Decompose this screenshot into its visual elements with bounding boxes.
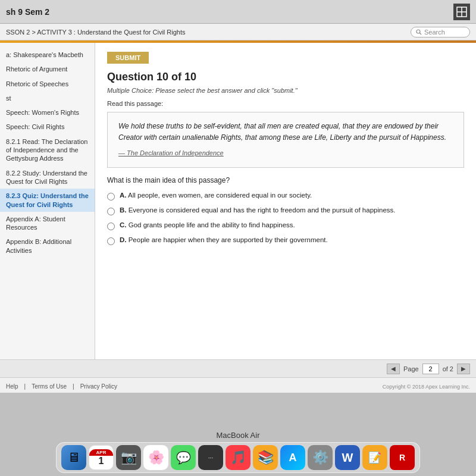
main-layout: a: Shakespeare's Macbeth Rhetoric of Arg…: [0, 43, 476, 359]
passage-box: We hold these truths to be self-evident,…: [107, 112, 464, 168]
dock-notes[interactable]: 📝: [362, 445, 387, 470]
help-link[interactable]: Help: [6, 383, 18, 390]
radio-b[interactable]: [107, 208, 115, 215]
dock-books[interactable]: 📚: [253, 445, 278, 470]
sidebar-item-civil-speech[interactable]: Speech: Civil Rights: [0, 120, 95, 134]
sidebar-item-appendix-a[interactable]: Appendix A: Student Resources: [0, 212, 95, 235]
svg-line-4: [420, 33, 422, 35]
dock-red[interactable]: R: [390, 445, 415, 470]
page-label: Page: [403, 365, 419, 372]
radio-c[interactable]: [107, 223, 115, 230]
content-area: SUBMIT Question 10 of 10 Multiple Choice…: [95, 43, 476, 359]
dock-appstore[interactable]: A: [280, 445, 305, 470]
radio-d[interactable]: [107, 237, 115, 245]
answer-option-b[interactable]: B. Everyone is considered equal and has …: [107, 206, 464, 215]
read-passage-label: Read this passage:: [107, 100, 464, 107]
svg-point-3: [416, 30, 420, 33]
sidebar-item-womens-speech[interactable]: Speech: Women's Rights: [0, 105, 95, 120]
next-page-button[interactable]: ▶: [457, 364, 470, 374]
dock-camera[interactable]: 📷: [116, 445, 141, 470]
question-text: What is the main idea of this passage?: [107, 176, 464, 184]
top-bar: sh 9 Sem 2: [0, 0, 476, 24]
dock-finder[interactable]: 🖥: [61, 445, 86, 470]
answer-option-c[interactable]: C. God grants people life and the abilit…: [107, 221, 464, 230]
sidebar-item-appendix-b[interactable]: Appendix B: Additional Activities: [0, 234, 95, 258]
dock-more[interactable]: ···: [198, 445, 223, 470]
answer-label-c: C. God grants people life and the abilit…: [120, 221, 295, 228]
question-title: Question 10 of 10: [107, 71, 464, 83]
question-instruction: Multiple Choice: Please select the best …: [107, 87, 464, 94]
search-box[interactable]: Search: [411, 27, 470, 37]
answer-option-d[interactable]: D. People are happier when they are supp…: [107, 236, 464, 245]
bottom-link-bar: Help | Terms of Use | Privacy Policy Cop…: [0, 377, 476, 393]
answer-label-b: B. Everyone is considered equal and has …: [120, 206, 396, 214]
sidebar: a: Shakespeare's Macbeth Rhetoric of Arg…: [0, 43, 95, 359]
sidebar-item-rhetoric-arg[interactable]: Rhetoric of Argument: [0, 62, 95, 76]
dock: 🖥 APR 1 📷 🌸 💬 ··· 🎵 📚 A ⚙️ W: [56, 442, 420, 473]
breadcrumb: SSON 2 > ACTIVITY 3 : Understand the Que…: [6, 29, 186, 36]
sidebar-item-st[interactable]: st: [0, 91, 95, 105]
dock-settings[interactable]: ⚙️: [308, 445, 333, 470]
dock-calendar[interactable]: APR 1: [89, 445, 114, 470]
privacy-link[interactable]: Privacy Policy: [80, 383, 117, 390]
radio-a[interactable]: [107, 193, 115, 201]
app-logo: [453, 4, 470, 20]
submit-button[interactable]: SUBMIT: [107, 52, 149, 64]
screen: sh 9 Sem 2 SSON 2 > ACTIVITY 3 : Underst…: [0, 0, 476, 393]
app-title: sh 9 Sem 2: [6, 7, 49, 17]
dock-music[interactable]: 🎵: [226, 445, 250, 470]
page-input[interactable]: [422, 364, 439, 374]
dock-photos[interactable]: 🌸: [143, 445, 168, 470]
sidebar-item-macbeth[interactable]: a: Shakespeare's Macbeth: [0, 48, 95, 62]
dock-messages[interactable]: 💬: [171, 445, 196, 470]
breadcrumb-bar: SSON 2 > ACTIVITY 3 : Understand the Que…: [0, 24, 476, 40]
sidebar-item-study-civil[interactable]: 8.2.2 Study: Understand the Quest for Ci…: [0, 166, 95, 189]
answer-label-a: A. All people, even women, are considere…: [120, 192, 312, 199]
sidebar-item-rhetoric-speech[interactable]: Rhetoric of Speeches: [0, 77, 95, 91]
copyright-text: Copyright © 2018 Apex Learning Inc.: [383, 384, 470, 390]
terms-link[interactable]: Terms of Use: [32, 383, 67, 390]
search-icon: [416, 29, 422, 35]
pagination-bar: ◀ Page of 2 ▶: [0, 359, 476, 377]
prev-page-button[interactable]: ◀: [387, 364, 400, 374]
search-label: Search: [424, 29, 445, 36]
passage-source: — The Declaration of Independence: [118, 148, 453, 159]
taskbar: MacBook Air 🖥 APR 1 📷 🌸 💬 ··· 🎵 📚 A: [0, 393, 476, 476]
passage-text: We hold these truths to be self-evident,…: [118, 121, 453, 143]
sidebar-item-quiz-civil[interactable]: 8.2.3 Quiz: Understand the Quest for Civ…: [0, 189, 95, 212]
answer-label-d: D. People are happier when they are supp…: [120, 236, 328, 243]
answer-option-a[interactable]: A. All people, even women, are considere…: [107, 192, 464, 201]
dock-word[interactable]: W: [335, 445, 360, 470]
of-label: of 2: [443, 365, 453, 372]
macbook-label: MacBook Air: [217, 431, 260, 440]
sidebar-item-read-declaration[interactable]: 8.2.1 Read: The Declaration of Independe…: [0, 134, 95, 166]
